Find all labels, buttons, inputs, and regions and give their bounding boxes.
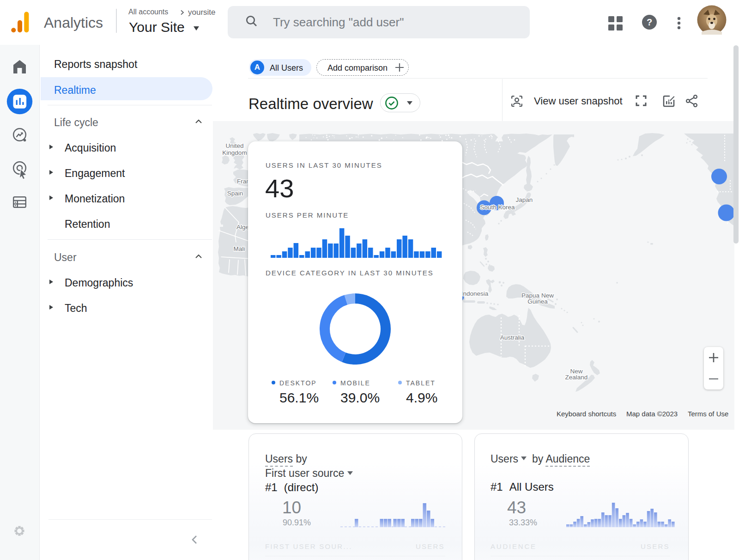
svg-text:Spain: Spain [227,190,243,197]
svg-text:South Korea: South Korea [480,204,515,211]
svg-text:Australia: Australia [500,334,525,341]
svg-text:Zealand: Zealand [565,374,588,381]
svg-text:Indonesia: Indonesia [461,290,489,297]
svg-text:Japan: Japan [516,196,533,203]
svg-text:Kingdom: Kingdom [222,149,247,156]
svg-text:Guinea: Guinea [527,298,548,305]
svg-text:Mali: Mali [234,245,245,252]
svg-text:United: United [225,142,243,149]
